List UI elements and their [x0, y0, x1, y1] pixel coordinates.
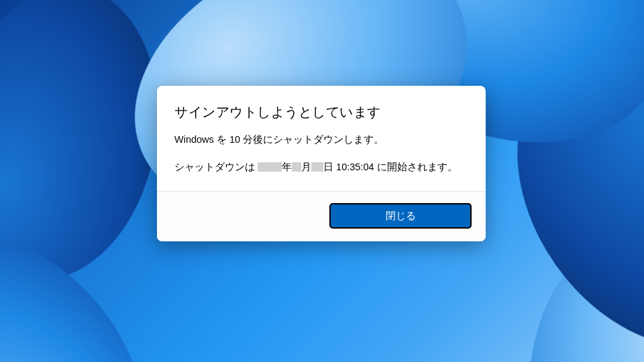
schedule-prefix: シャットダウンは: [174, 162, 258, 172]
redacted-month: [292, 162, 301, 172]
schedule-suffix: に開始されます。: [374, 162, 458, 172]
shutdown-dialog: サインアウトしようとしています Windows を 10 分後にシャットダウンし…: [157, 86, 486, 241]
redacted-day: [311, 162, 323, 172]
day-label: 日: [323, 162, 336, 172]
dialog-content: サインアウトしようとしています Windows を 10 分後にシャットダウンし…: [157, 86, 486, 191]
dialog-schedule: シャットダウンは 年月日 10:35:04 に開始されます。: [174, 161, 468, 174]
redacted-year: [258, 162, 282, 172]
schedule-time: 10:35:04: [336, 162, 374, 172]
close-button[interactable]: 閉じる: [330, 204, 471, 228]
year-label: 年: [282, 162, 292, 172]
dialog-title: サインアウトしようとしています: [174, 103, 468, 121]
month-label: 月: [301, 162, 311, 172]
dialog-message: Windows を 10 分後にシャットダウンします。: [174, 133, 468, 146]
dialog-footer: 閉じる: [157, 191, 486, 241]
